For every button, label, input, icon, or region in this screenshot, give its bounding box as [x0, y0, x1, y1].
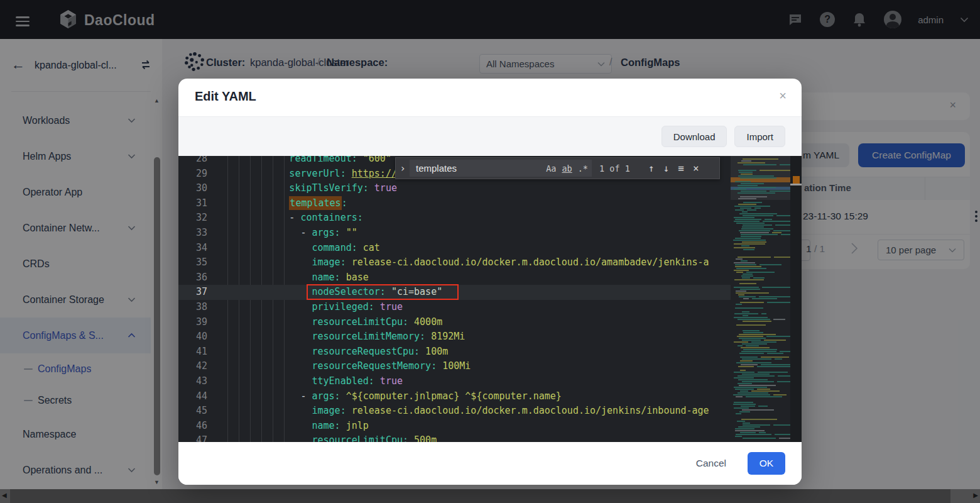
red-annotation-box: nodeSelector: "ci=base": [307, 284, 459, 300]
code-line-46[interactable]: name: jnlp: [221, 419, 802, 434]
code-line-35[interactable]: image: release-ci.daocloud.io/docker.m.d…: [221, 255, 802, 270]
find-next-icon[interactable]: ↓: [663, 162, 670, 174]
modal-title: Edit YAML: [195, 89, 256, 104]
code-line-38[interactable]: privileged: true: [221, 300, 802, 315]
gutter: 2829303132333435363738394041424344454647: [178, 156, 207, 442]
overview-ruler: [790, 156, 802, 442]
find-prev-icon[interactable]: ↑: [648, 162, 655, 174]
code-line-37[interactable]: nodeSelector: "ci=base": [221, 285, 802, 300]
whole-word-icon[interactable]: ab: [562, 163, 572, 174]
ruler-match-marker: [793, 176, 800, 184]
find-in-selection-icon[interactable]: ≡: [678, 162, 684, 174]
ruler-line-marker: [790, 184, 802, 185]
find-results-count: 1 of 1: [599, 163, 640, 174]
code-line-39[interactable]: resourceLimitCpu: 4000m: [221, 315, 802, 330]
yaml-editor[interactable]: 2829303132333435363738394041424344454647…: [178, 156, 802, 442]
code-line-32[interactable]: - containers:: [221, 211, 802, 226]
find-query: templates: [416, 163, 540, 174]
code-line-30[interactable]: skipTlsVerify: true: [221, 181, 802, 196]
code-line-44[interactable]: - args: ^${computer.jnlpmac} ^${computer…: [221, 389, 802, 404]
minimap[interactable]: [731, 156, 790, 442]
modal-footer: Cancel OK: [178, 442, 802, 485]
find-close-icon[interactable]: ×: [693, 162, 699, 174]
code-line-45[interactable]: image: release-ci.daocloud.io/docker.m.d…: [221, 404, 802, 419]
regex-icon[interactable]: .*: [578, 163, 588, 174]
code-lines: readTimeout: "600"serverUrl: https://ski…: [221, 156, 802, 442]
code-line-40[interactable]: resourceLimitMemory: 8192Mi: [221, 329, 802, 345]
match-case-icon[interactable]: Aa: [546, 163, 556, 174]
code-line-41[interactable]: resourceRequestCpu: 100m: [221, 345, 802, 360]
code-line-34[interactable]: command: cat: [221, 241, 802, 256]
import-button[interactable]: Import: [734, 126, 785, 147]
modal-toolbar: Download Import: [178, 117, 802, 156]
edit-yaml-modal: Edit YAML × Download Import 282930313233…: [178, 79, 802, 485]
code-line-36[interactable]: name: base: [221, 270, 802, 285]
find-widget: › templates Aa ab .* 1 of 1 ↑ ↓ ≡ ×: [395, 157, 720, 179]
ok-button[interactable]: OK: [748, 452, 785, 475]
modal-close-icon[interactable]: ×: [779, 89, 787, 103]
find-input[interactable]: templates Aa ab .*: [410, 160, 592, 177]
cancel-button[interactable]: Cancel: [696, 458, 726, 469]
code-line-33[interactable]: - args: "": [221, 226, 802, 241]
download-button[interactable]: Download: [662, 126, 727, 147]
code-line-31[interactable]: templates:: [221, 196, 802, 211]
code-line-43[interactable]: ttyEnabled: true: [221, 374, 802, 389]
find-collapse-icon[interactable]: ›: [396, 162, 410, 174]
code-line-47[interactable]: resourceLimitCpu: 500m: [221, 433, 802, 442]
code-line-42[interactable]: resourceRequestMemory: 100Mi: [221, 359, 802, 374]
